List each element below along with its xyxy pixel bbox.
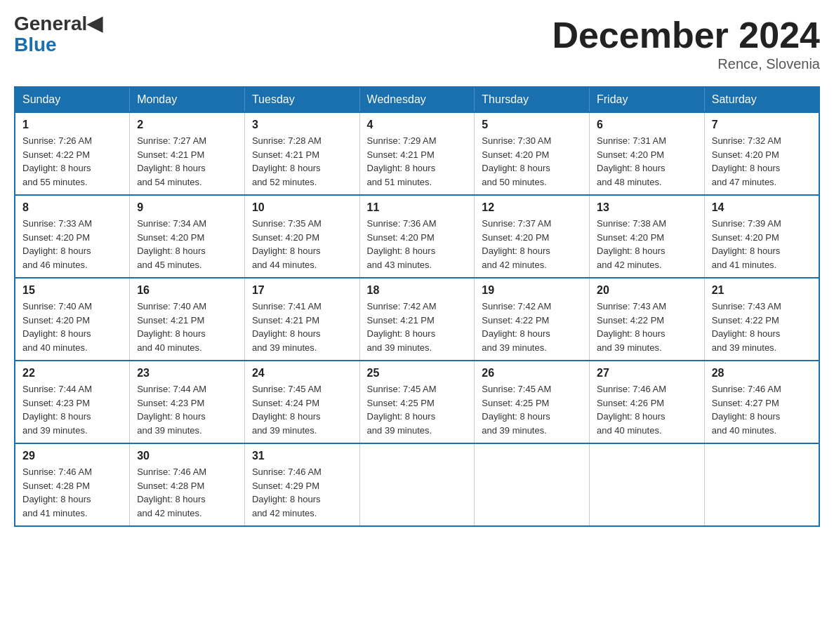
calendar-day-cell: 27 Sunrise: 7:46 AM Sunset: 4:26 PM Dayl…: [590, 361, 705, 443]
day-info: Sunrise: 7:44 AM Sunset: 4:23 PM Dayligh…: [137, 382, 237, 437]
calendar-day-cell: 26 Sunrise: 7:45 AM Sunset: 4:25 PM Dayl…: [475, 361, 590, 443]
header-monday: Monday: [130, 87, 245, 112]
day-info: Sunrise: 7:27 AM Sunset: 4:21 PM Dayligh…: [137, 134, 237, 189]
day-number: 5: [482, 119, 582, 131]
calendar-day-cell: 7 Sunrise: 7:32 AM Sunset: 4:20 PM Dayli…: [704, 112, 819, 195]
day-number: 6: [597, 119, 697, 131]
day-info: Sunrise: 7:37 AM Sunset: 4:20 PM Dayligh…: [482, 217, 582, 271]
day-number: 1: [22, 119, 122, 131]
month-title: December 2024: [552, 14, 820, 56]
calendar-day-cell: 15 Sunrise: 7:40 AM Sunset: 4:20 PM Dayl…: [15, 278, 130, 361]
day-info: Sunrise: 7:42 AM Sunset: 4:21 PM Dayligh…: [367, 300, 468, 354]
day-number: 25: [367, 367, 468, 380]
calendar-day-cell: 24 Sunrise: 7:45 AM Sunset: 4:24 PM Dayl…: [244, 361, 359, 443]
day-number: 29: [22, 450, 122, 462]
day-info: Sunrise: 7:34 AM Sunset: 4:20 PM Dayligh…: [137, 217, 237, 271]
day-number: 9: [137, 201, 237, 214]
day-number: 7: [712, 119, 812, 131]
calendar-day-cell: 8 Sunrise: 7:33 AM Sunset: 4:20 PM Dayli…: [15, 195, 130, 278]
day-info: Sunrise: 7:36 AM Sunset: 4:20 PM Dayligh…: [367, 217, 468, 271]
header-saturday: Saturday: [704, 87, 819, 112]
calendar-day-cell: 28 Sunrise: 7:46 AM Sunset: 4:27 PM Dayl…: [704, 361, 819, 443]
day-number: 27: [597, 367, 697, 380]
day-number: 2: [137, 119, 237, 131]
day-info: Sunrise: 7:45 AM Sunset: 4:25 PM Dayligh…: [367, 382, 468, 437]
calendar-day-cell: 12 Sunrise: 7:37 AM Sunset: 4:20 PM Dayl…: [475, 195, 590, 278]
day-number: 16: [137, 284, 237, 297]
day-info: Sunrise: 7:45 AM Sunset: 4:25 PM Dayligh…: [482, 382, 582, 437]
calendar-day-cell: 21 Sunrise: 7:43 AM Sunset: 4:22 PM Dayl…: [704, 278, 819, 361]
day-info: Sunrise: 7:26 AM Sunset: 4:22 PM Dayligh…: [22, 134, 122, 189]
calendar-day-cell: [475, 443, 590, 526]
header-sunday: Sunday: [15, 87, 130, 112]
calendar-day-cell: 30 Sunrise: 7:46 AM Sunset: 4:28 PM Dayl…: [130, 443, 245, 526]
day-info: Sunrise: 7:40 AM Sunset: 4:21 PM Dayligh…: [137, 300, 237, 354]
calendar-day-cell: 17 Sunrise: 7:41 AM Sunset: 4:21 PM Dayl…: [244, 278, 359, 361]
header-thursday: Thursday: [475, 87, 590, 112]
day-number: 20: [597, 284, 697, 297]
calendar-day-cell: 1 Sunrise: 7:26 AM Sunset: 4:22 PM Dayli…: [15, 112, 130, 195]
day-info: Sunrise: 7:38 AM Sunset: 4:20 PM Dayligh…: [597, 217, 697, 271]
day-number: 26: [482, 367, 582, 380]
day-info: Sunrise: 7:30 AM Sunset: 4:20 PM Dayligh…: [482, 134, 582, 189]
day-info: Sunrise: 7:43 AM Sunset: 4:22 PM Dayligh…: [712, 300, 812, 354]
calendar-day-cell: 22 Sunrise: 7:44 AM Sunset: 4:23 PM Dayl…: [15, 361, 130, 443]
day-info: Sunrise: 7:45 AM Sunset: 4:24 PM Dayligh…: [252, 382, 352, 437]
day-info: Sunrise: 7:46 AM Sunset: 4:29 PM Dayligh…: [252, 465, 352, 520]
day-number: 3: [252, 119, 352, 131]
day-number: 24: [252, 367, 352, 380]
calendar-header-row: Sunday Monday Tuesday Wednesday Thursday…: [15, 87, 819, 112]
calendar-day-cell: 20 Sunrise: 7:43 AM Sunset: 4:22 PM Dayl…: [590, 278, 705, 361]
day-info: Sunrise: 7:41 AM Sunset: 4:21 PM Dayligh…: [252, 300, 352, 354]
day-info: Sunrise: 7:35 AM Sunset: 4:20 PM Dayligh…: [252, 217, 352, 271]
day-info: Sunrise: 7:46 AM Sunset: 4:28 PM Dayligh…: [22, 465, 122, 520]
day-info: Sunrise: 7:46 AM Sunset: 4:27 PM Dayligh…: [712, 382, 812, 437]
calendar-day-cell: [704, 443, 819, 526]
day-number: 17: [252, 284, 352, 297]
calendar-day-cell: 2 Sunrise: 7:27 AM Sunset: 4:21 PM Dayli…: [130, 112, 245, 195]
location: Rence, Slovenia: [552, 56, 820, 72]
day-number: 31: [252, 450, 352, 462]
logo-blue: Blue: [14, 34, 57, 56]
day-number: 18: [367, 284, 468, 297]
day-number: 12: [482, 201, 582, 214]
logo: General◀ Blue: [14, 14, 102, 56]
day-info: Sunrise: 7:29 AM Sunset: 4:21 PM Dayligh…: [367, 134, 468, 189]
day-info: Sunrise: 7:39 AM Sunset: 4:20 PM Dayligh…: [712, 217, 812, 271]
day-number: 14: [712, 201, 812, 214]
calendar-day-cell: 29 Sunrise: 7:46 AM Sunset: 4:28 PM Dayl…: [15, 443, 130, 526]
header-tuesday: Tuesday: [244, 87, 359, 112]
calendar-day-cell: 9 Sunrise: 7:34 AM Sunset: 4:20 PM Dayli…: [130, 195, 245, 278]
header-friday: Friday: [590, 87, 705, 112]
title-section: December 2024 Rence, Slovenia: [552, 14, 820, 72]
day-number: 4: [367, 119, 468, 131]
calendar-day-cell: 5 Sunrise: 7:30 AM Sunset: 4:20 PM Dayli…: [475, 112, 590, 195]
calendar-day-cell: 3 Sunrise: 7:28 AM Sunset: 4:21 PM Dayli…: [244, 112, 359, 195]
calendar-week-row: 1 Sunrise: 7:26 AM Sunset: 4:22 PM Dayli…: [15, 112, 819, 195]
calendar-day-cell: 19 Sunrise: 7:42 AM Sunset: 4:22 PM Dayl…: [475, 278, 590, 361]
day-info: Sunrise: 7:46 AM Sunset: 4:26 PM Dayligh…: [597, 382, 697, 437]
day-number: 10: [252, 201, 352, 214]
day-info: Sunrise: 7:32 AM Sunset: 4:20 PM Dayligh…: [712, 134, 812, 189]
header-wednesday: Wednesday: [359, 87, 475, 112]
day-number: 30: [137, 450, 237, 462]
calendar-day-cell: 18 Sunrise: 7:42 AM Sunset: 4:21 PM Dayl…: [359, 278, 475, 361]
calendar-day-cell: 13 Sunrise: 7:38 AM Sunset: 4:20 PM Dayl…: [590, 195, 705, 278]
calendar-day-cell: 16 Sunrise: 7:40 AM Sunset: 4:21 PM Dayl…: [130, 278, 245, 361]
day-info: Sunrise: 7:42 AM Sunset: 4:22 PM Dayligh…: [482, 300, 582, 354]
day-info: Sunrise: 7:46 AM Sunset: 4:28 PM Dayligh…: [137, 465, 237, 520]
calendar-table: Sunday Monday Tuesday Wednesday Thursday…: [14, 86, 820, 527]
calendar-day-cell: 31 Sunrise: 7:46 AM Sunset: 4:29 PM Dayl…: [244, 443, 359, 526]
calendar-day-cell: [590, 443, 705, 526]
calendar-day-cell: 14 Sunrise: 7:39 AM Sunset: 4:20 PM Dayl…: [704, 195, 819, 278]
day-number: 19: [482, 284, 582, 297]
day-info: Sunrise: 7:28 AM Sunset: 4:21 PM Dayligh…: [252, 134, 352, 189]
day-info: Sunrise: 7:44 AM Sunset: 4:23 PM Dayligh…: [22, 382, 122, 437]
day-number: 28: [712, 367, 812, 380]
day-number: 8: [22, 201, 122, 214]
day-info: Sunrise: 7:31 AM Sunset: 4:20 PM Dayligh…: [597, 134, 697, 189]
day-info: Sunrise: 7:43 AM Sunset: 4:22 PM Dayligh…: [597, 300, 697, 354]
calendar-week-row: 22 Sunrise: 7:44 AM Sunset: 4:23 PM Dayl…: [15, 361, 819, 443]
day-number: 13: [597, 201, 697, 214]
calendar-day-cell: 4 Sunrise: 7:29 AM Sunset: 4:21 PM Dayli…: [359, 112, 475, 195]
